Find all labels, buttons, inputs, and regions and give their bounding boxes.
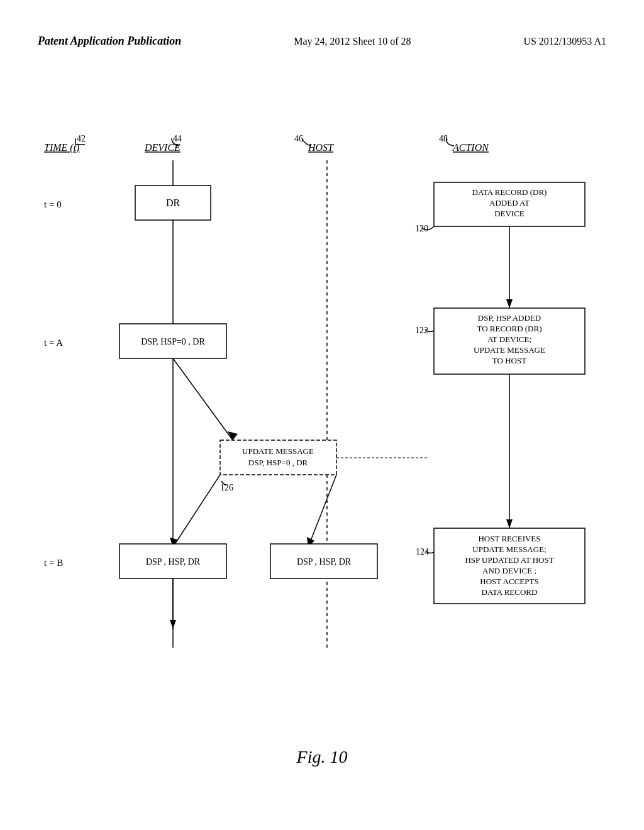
arrow-device-down (170, 620, 176, 629)
action-122-line1: DSP, HSP ADDED (478, 313, 541, 323)
action-122-line4: UPDATE MESSAGE (474, 345, 545, 355)
box-dsp-b-host-label: DSP , HSP, DR (297, 557, 352, 567)
col-header-host: HOST (308, 142, 334, 153)
action-122-line3: AT DEVICE; (487, 335, 531, 344)
box-dsp-a-label: DSP, HSP=0 , DR (141, 337, 205, 346)
fig-caption: Fig. 10 (297, 747, 348, 767)
action-124-line6: DATA RECORD (482, 587, 538, 597)
ref-44: 44 (173, 134, 182, 143)
action-124-line1: HOST RECEIVES (478, 534, 540, 543)
action-120-line2: ADDED AT (489, 198, 530, 208)
fig-caption-text: Fig. 10 (297, 747, 348, 766)
action-124-line5: HOST ACCEPTS (480, 577, 538, 586)
col-header-device: DEVICE (144, 142, 180, 153)
col-header-time: TIME (t) (44, 142, 79, 153)
action-122-line5: TO HOST (492, 356, 526, 365)
update-msg-line1: UPDATE MESSAGE (242, 446, 314, 456)
page: Patent Application Publication May 24, 2… (0, 0, 644, 830)
update-msg-line2: DSP, HSP=0 , DR (248, 458, 308, 467)
time-label-0: t = 0 (44, 199, 62, 209)
publication-date: May 24, 2012 Sheet 10 of 28 (294, 36, 411, 47)
arrow-action-120-to-122 (506, 299, 513, 308)
action-120-line1: DATA RECORD (DR) (472, 187, 547, 197)
time-label-a: t = A (44, 338, 63, 348)
svg-line-3 (308, 475, 336, 547)
svg-line-4 (173, 475, 220, 547)
box-dsp-b-device-label: DSP , HSP, DR (146, 557, 201, 567)
col-header-action: ACTION (452, 142, 489, 153)
diagram-container: TIME (t) 42 DEVICE 44 HOST 46 ACTION 48 (38, 113, 606, 717)
box-dr-label: DR (166, 197, 180, 208)
action-124-line2: UPDATE MESSAGE; (472, 545, 546, 554)
time-label-b: t = B (44, 558, 63, 568)
ref-42: 42 (77, 134, 86, 143)
ref-120: 120 (415, 224, 428, 233)
header: Patent Application Publication May 24, 2… (0, 35, 644, 48)
action-122-line2: TO RECORD (DR) (477, 324, 541, 333)
diagram-svg: TIME (t) 42 DEVICE 44 HOST 46 ACTION 48 (38, 113, 606, 717)
ref-126: 126 (220, 483, 233, 492)
arrow-action-122-to-124 (506, 519, 513, 528)
action-120-line3: DEVICE (494, 209, 525, 218)
action-124-line3: HSP UPDATED AT HOST (465, 555, 553, 565)
svg-line-2 (173, 358, 233, 440)
publication-title: Patent Application Publication (38, 35, 181, 48)
action-124-line4: AND DEVICE ; (482, 566, 536, 575)
publication-number: US 2012/130953 A1 (523, 36, 606, 47)
